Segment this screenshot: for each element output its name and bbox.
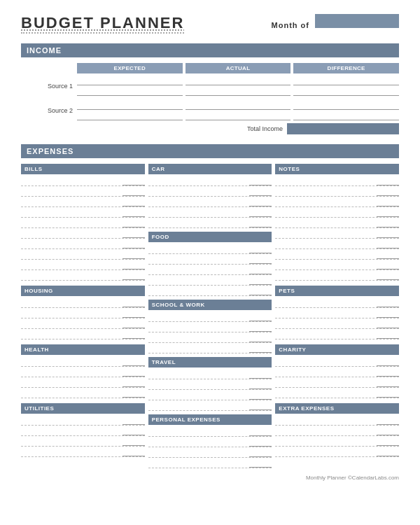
expense-amount-line[interactable] <box>249 410 272 410</box>
expense-amount-line[interactable] <box>122 227 145 227</box>
source2-diff-line2[interactable] <box>293 111 399 120</box>
expense-amount-line[interactable] <box>122 269 145 270</box>
expense-amount-line[interactable] <box>377 307 399 307</box>
expense-amount-line[interactable] <box>377 269 399 270</box>
expense-amount-line[interactable] <box>249 388 272 389</box>
expense-line-row <box>275 426 399 436</box>
expense-line-row <box>275 368 399 377</box>
school-work-header: SCHOOL & WORK <box>148 300 272 310</box>
expense-amount-line[interactable] <box>122 317 145 318</box>
expense-line-row <box>148 333 272 343</box>
expense-amount-line[interactable] <box>122 386 145 387</box>
expense-amount-line[interactable] <box>249 331 272 332</box>
expense-amount-line[interactable] <box>122 445 145 446</box>
expense-amount-line[interactable] <box>122 185 145 186</box>
expense-amount-line[interactable] <box>377 248 399 248</box>
expense-amount-line[interactable] <box>122 307 145 307</box>
expense-amount-line[interactable] <box>377 376 399 377</box>
expense-amount-line[interactable] <box>249 352 272 353</box>
expense-amount-line[interactable] <box>377 435 399 435</box>
expense-amount-line[interactable] <box>249 274 272 274</box>
expense-amount-line[interactable] <box>122 328 145 328</box>
charity-category: CHARITY <box>275 344 399 398</box>
health-category: HEALTH <box>21 344 145 398</box>
expense-line-row <box>21 229 145 239</box>
expense-amount-line[interactable] <box>249 342 272 342</box>
expense-line-row <box>275 208 399 218</box>
expense-amount-line[interactable] <box>377 397 399 398</box>
expense-amount-line[interactable] <box>377 365 399 366</box>
expense-line-row <box>275 176 399 186</box>
expense-line-row <box>21 437 145 447</box>
expense-amount-line[interactable] <box>122 456 145 456</box>
income-column-headers: EXPECTED ACTUAL DIFFERENCE <box>77 63 399 74</box>
month-input-box[interactable] <box>315 14 399 28</box>
source1-actual-line2[interactable] <box>186 87 291 96</box>
source1-diff-line1[interactable] <box>293 76 399 85</box>
expense-amount-line[interactable] <box>377 445 399 446</box>
expense-line-row <box>21 197 145 207</box>
expense-amount-line[interactable] <box>122 248 145 248</box>
expense-line-row <box>148 265 272 275</box>
expense-amount-line[interactable] <box>249 456 272 457</box>
expense-amount-line[interactable] <box>377 338 399 339</box>
expense-amount-line[interactable] <box>377 456 399 456</box>
expense-amount-line[interactable] <box>249 378 272 379</box>
source1-expected-line1[interactable] <box>77 76 183 85</box>
expense-amount-line[interactable] <box>249 321 272 321</box>
expense-amount-line[interactable] <box>249 227 272 227</box>
expense-amount-line[interactable] <box>122 365 145 366</box>
col1: BILLS HOUSING HEALTH UTILITIES <box>21 164 145 469</box>
expense-amount-line[interactable] <box>122 424 145 425</box>
source2-expected-line2[interactable] <box>77 111 183 120</box>
expense-amount-line[interactable] <box>249 263 272 264</box>
expense-amount-line[interactable] <box>377 279 399 280</box>
expense-amount-line[interactable] <box>377 227 399 227</box>
expense-amount-line[interactable] <box>249 295 272 295</box>
expense-amount-line[interactable] <box>122 397 145 398</box>
expense-amount-line[interactable] <box>249 216 272 217</box>
expense-amount-line[interactable] <box>377 237 399 238</box>
source1-diff-line2[interactable] <box>293 87 399 96</box>
expense-amount-line[interactable] <box>122 195 145 196</box>
expense-amount-line[interactable] <box>249 206 272 206</box>
expense-amount-line[interactable] <box>377 328 399 328</box>
food-lines <box>148 244 272 296</box>
expense-amount-line[interactable] <box>122 237 145 238</box>
expense-amount-line[interactable] <box>377 424 399 425</box>
source1-expected-line2[interactable] <box>77 87 183 96</box>
expense-amount-line[interactable] <box>122 258 145 259</box>
expense-amount-line[interactable] <box>122 279 145 280</box>
source2-actual-line2[interactable] <box>186 111 291 120</box>
expense-amount-line[interactable] <box>249 195 272 196</box>
expense-amount-line[interactable] <box>377 317 399 318</box>
expense-amount-line[interactable] <box>122 435 145 435</box>
expense-amount-line[interactable] <box>249 284 272 285</box>
expense-amount-line[interactable] <box>122 216 145 217</box>
expense-amount-line[interactable] <box>249 435 272 436</box>
expense-amount-line[interactable] <box>377 185 399 186</box>
difference-col-header: DIFFERENCE <box>293 63 399 74</box>
expense-amount-line[interactable] <box>122 338 145 339</box>
expense-amount-line[interactable] <box>249 253 272 253</box>
expense-amount-line[interactable] <box>377 195 399 196</box>
expense-line-row <box>275 218 399 228</box>
expense-amount-line[interactable] <box>377 386 399 387</box>
source2-actual-line1[interactable] <box>186 101 291 110</box>
expense-amount-line[interactable] <box>249 399 272 400</box>
expense-amount-line[interactable] <box>249 185 272 186</box>
charity-lines <box>275 357 399 398</box>
expense-amount-line[interactable] <box>122 376 145 377</box>
source2-expected-line1[interactable] <box>77 101 183 110</box>
expense-amount-line[interactable] <box>249 446 272 447</box>
expense-line-row <box>148 438 272 447</box>
expense-amount-line[interactable] <box>377 206 399 206</box>
source1-actual-line1[interactable] <box>186 76 291 85</box>
expense-amount-line[interactable] <box>377 258 399 259</box>
health-header: HEALTH <box>21 344 145 355</box>
expense-amount-line[interactable] <box>377 216 399 217</box>
expense-amount-line[interactable] <box>249 467 272 468</box>
source2-diff-line1[interactable] <box>293 101 399 110</box>
page-header: BUDGET PLANNER Month of <box>21 14 399 34</box>
expense-amount-line[interactable] <box>122 206 145 206</box>
